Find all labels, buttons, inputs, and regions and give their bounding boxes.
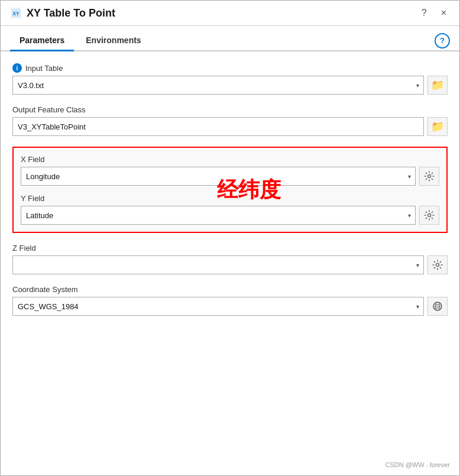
z-field-group: Z Field ▾ xyxy=(12,244,448,274)
z-field-select[interactable] xyxy=(12,255,424,274)
output-feature-class-label: Output Feature Class xyxy=(12,105,86,114)
input-table-input-row: V3.0.txt ▾ 📁 xyxy=(12,76,448,95)
output-feature-class-folder-button[interactable]: 📁 xyxy=(427,117,448,136)
input-table-label: Input Table xyxy=(25,64,63,73)
title-bar: XY XY Table To Point ? × xyxy=(1,1,459,26)
input-table-label-row: i Input Table xyxy=(12,63,448,73)
y-field-label-row: Y Field xyxy=(21,194,439,203)
z-field-label: Z Field xyxy=(12,244,36,252)
input-table-folder-icon: 📁 xyxy=(431,79,444,92)
x-field-label: X Field xyxy=(21,155,44,164)
input-table-info-icon[interactable]: i xyxy=(12,63,22,73)
output-feature-class-input-row: 📁 xyxy=(12,117,448,136)
window-title: XY Table To Point xyxy=(27,7,115,20)
output-feature-class-group: Output Feature Class 📁 xyxy=(12,105,448,136)
coordinate-system-select-wrapper: GCS_WGS_1984 ▾ xyxy=(12,297,424,316)
coordinate-system-label: Coordinate System xyxy=(12,285,78,294)
y-field-gear-icon xyxy=(424,210,435,221)
output-feature-class-label-row: Output Feature Class xyxy=(12,105,448,114)
z-field-input-row: ▾ xyxy=(12,255,448,274)
svg-text:XY: XY xyxy=(13,11,20,17)
tab-environments[interactable]: Environments xyxy=(76,31,150,51)
coordinate-system-globe-button[interactable] xyxy=(427,297,448,316)
output-feature-class-input[interactable] xyxy=(12,117,424,136)
title-bar-controls: ? × xyxy=(418,7,450,20)
output-feature-class-folder-icon: 📁 xyxy=(431,120,444,133)
content-area: i Input Table V3.0.txt ▾ 📁 Output Featur… xyxy=(1,51,459,452)
input-table-group: i Input Table V3.0.txt ▾ 📁 xyxy=(12,63,448,95)
dialog-window: XY XY Table To Point ? × Parameters Envi… xyxy=(0,0,460,476)
input-table-folder-button[interactable]: 📁 xyxy=(427,76,448,95)
input-table-select[interactable]: V3.0.txt xyxy=(12,76,424,95)
x-field-group: X Field Longitude ▾ xyxy=(21,155,439,186)
coordinate-system-group: Coordinate System GCS_WGS_1984 ▾ xyxy=(12,285,448,316)
x-field-gear-icon xyxy=(424,171,435,182)
title-icon: XY xyxy=(10,7,22,19)
watermark-text: CSDN @WW . forever xyxy=(385,461,450,468)
input-table-select-wrapper: V3.0.txt ▾ xyxy=(12,76,424,95)
coordinate-system-input-row: GCS_WGS_1984 ▾ xyxy=(12,297,448,316)
y-field-gear-button[interactable] xyxy=(419,206,439,225)
dialog-footer: CSDN @WW . forever xyxy=(1,452,459,475)
y-field-select[interactable]: Latitude xyxy=(21,206,416,225)
x-field-label-row: X Field xyxy=(21,155,439,164)
y-field-input-row: Latitude ▾ xyxy=(21,206,439,225)
xy-field-highlight-box: X Field Longitude ▾ xyxy=(12,147,448,233)
svg-point-4 xyxy=(436,264,439,267)
svg-point-2 xyxy=(428,175,431,178)
help-circle-label: ? xyxy=(440,36,445,45)
y-field-label: Y Field xyxy=(21,194,44,203)
x-field-select[interactable]: Longitude xyxy=(21,167,416,186)
coordinate-system-label-row: Coordinate System xyxy=(12,285,448,294)
x-field-input-row: Longitude ▾ xyxy=(21,167,439,186)
y-field-group: Y Field Latitude ▾ xyxy=(21,194,439,225)
coordinate-system-select[interactable]: GCS_WGS_1984 xyxy=(12,297,424,316)
z-field-gear-icon xyxy=(432,260,443,270)
tab-parameters[interactable]: Parameters xyxy=(10,31,74,51)
tabs-left: Parameters Environments xyxy=(10,31,151,50)
x-field-select-wrapper: Longitude ▾ xyxy=(21,167,416,186)
z-field-label-row: Z Field xyxy=(12,244,448,252)
z-field-select-wrapper: ▾ xyxy=(12,255,424,274)
x-field-gear-button[interactable] xyxy=(419,167,439,186)
help-icon-circle[interactable]: ? xyxy=(435,33,450,48)
svg-point-3 xyxy=(428,214,431,217)
z-field-gear-button[interactable] xyxy=(427,255,448,274)
help-button[interactable]: ? xyxy=(418,7,430,20)
tabs-bar: Parameters Environments ? xyxy=(1,26,459,51)
title-bar-left: XY XY Table To Point xyxy=(10,7,115,20)
close-button[interactable]: × xyxy=(438,7,450,20)
y-field-select-wrapper: Latitude ▾ xyxy=(21,206,416,225)
coordinate-system-globe-icon xyxy=(432,301,443,312)
